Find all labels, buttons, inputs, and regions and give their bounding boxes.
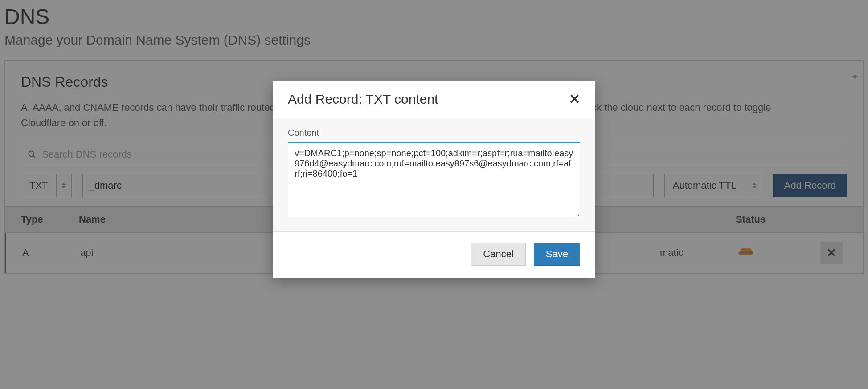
modal-close-button[interactable]: ✕ bbox=[569, 93, 580, 106]
txt-content-input[interactable] bbox=[288, 142, 580, 217]
modal-overlay: Add Record: TXT content ✕ Content Cancel… bbox=[0, 0, 868, 389]
modal-title: Add Record: TXT content bbox=[288, 92, 438, 107]
add-record-modal: Add Record: TXT content ✕ Content Cancel… bbox=[273, 81, 595, 278]
cancel-button[interactable]: Cancel bbox=[471, 243, 525, 266]
content-label: Content bbox=[288, 128, 580, 138]
close-icon: ✕ bbox=[569, 92, 580, 106]
save-button[interactable]: Save bbox=[534, 243, 580, 266]
